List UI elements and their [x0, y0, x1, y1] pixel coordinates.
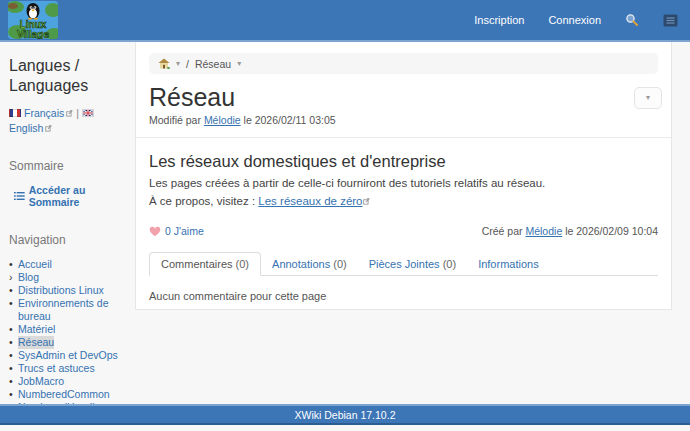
hamburger-menu-icon	[663, 14, 678, 27]
tab-annotations[interactable]: Annotations (0)	[261, 253, 358, 275]
tab-label: Pièces Jointes	[369, 258, 440, 270]
tab-count: (0)	[443, 258, 456, 270]
sidebar-item-label[interactable]: Réseau	[18, 336, 54, 349]
breadcrumb-home-dropdown-caret[interactable]: ▾	[176, 60, 180, 68]
tab-informations[interactable]: Informations	[467, 253, 550, 275]
like-button[interactable]: 0 J'aime	[149, 225, 204, 237]
sidebar-item-label[interactable]: Distributions Linux	[18, 284, 104, 297]
tab-label: Commentaires	[161, 258, 233, 270]
sidebar-item-distributions-linux[interactable]: • Distributions Linux	[9, 284, 127, 297]
content-link-prefix: À ce propos, visitez :	[149, 195, 255, 207]
sidebar-item-jobmacro[interactable]: • JobMacro	[9, 375, 127, 388]
caret-down-icon: ▾	[646, 94, 650, 102]
bullet-icon: •	[9, 284, 18, 297]
left-sidebar: Langues / Languages Français | English	[0, 42, 135, 427]
sidebar-item-label[interactable]: Blog	[18, 271, 39, 284]
breadcrumb-separator: /	[186, 58, 189, 70]
bullet-icon: •	[9, 258, 18, 271]
page-actions-dropdown-button[interactable]: ▾	[634, 87, 662, 109]
tab-label: Annotations	[272, 258, 330, 270]
sidebar-item-reseau[interactable]: • Réseau	[9, 336, 127, 349]
site-logo[interactable]: Linux Village	[8, 1, 58, 39]
bullet-icon: •	[9, 349, 18, 362]
page-title: Réseau	[149, 83, 658, 112]
main-content-panel: ▾ / Réseau ▾ ▾ Réseau Modifié par Mélodi…	[135, 42, 672, 310]
toc-link-label: Accéder au Sommaire	[29, 184, 127, 208]
external-link-icon	[45, 125, 52, 132]
page-footer: XWiki Debian 17.10.2	[0, 404, 690, 425]
bullet-icon: •	[9, 362, 18, 375]
top-header: Linux Village Inscription Connexion	[0, 0, 690, 42]
breadcrumb-current-page[interactable]: Réseau	[195, 58, 231, 70]
linux-village-logo-icon: Linux Village	[8, 1, 58, 39]
search-button[interactable]	[625, 13, 639, 27]
modified-datetime: le 2026/02/11 03:05	[244, 114, 336, 126]
home-icon[interactable]	[158, 58, 170, 69]
chevron-right-icon[interactable]: ›	[9, 271, 18, 284]
bullet-icon: •	[9, 375, 18, 388]
sidebar-item-environnements-de-bureau[interactable]: • Environnements de bureau	[9, 297, 127, 323]
sidebar-item-label[interactable]: Accueil	[18, 258, 52, 271]
external-link-icon	[363, 198, 370, 205]
header-nav: Inscription Connexion	[474, 13, 678, 27]
breadcrumb-page-dropdown-caret[interactable]: ▾	[237, 60, 241, 68]
header-divider	[136, 137, 671, 138]
bullet-icon: •	[9, 297, 18, 323]
language-link-english[interactable]: English	[9, 122, 52, 134]
tab-count: (0)	[333, 258, 346, 270]
created-prefix: Créé par	[482, 225, 523, 237]
content-paragraph: Les pages créées à partir de celle-ci fo…	[149, 176, 658, 190]
login-link[interactable]: Connexion	[548, 14, 601, 26]
sidebar-item-blog[interactable]: › Blog	[9, 271, 127, 284]
created-datetime: le 2026/02/09 10:04	[565, 225, 658, 237]
navigation-panel-title: Navigation	[9, 233, 127, 247]
sidebar-item-sysadmin-et-devops[interactable]: • SysAdmin et DevOps	[9, 349, 127, 362]
sidebar-item-label[interactable]: SysAdmin et DevOps	[18, 349, 118, 362]
comments-empty-message: Aucun commentaire pour cette page	[136, 276, 671, 316]
language-label: English	[9, 122, 43, 134]
language-switcher: Français | English	[9, 107, 127, 134]
sidebar-item-label[interactable]: Matériel	[18, 323, 55, 336]
sidebar-item-trucs-et-astuces[interactable]: • Trucs et astuces	[9, 362, 127, 375]
sidebar-item-accueil[interactable]: • Accueil	[9, 258, 127, 271]
modified-prefix: Modifié par	[149, 114, 201, 126]
created-author-link[interactable]: Mélodie	[525, 225, 562, 237]
drawer-menu-button[interactable]	[663, 14, 678, 27]
sommaire-panel-title: Sommaire	[9, 159, 127, 173]
created-info: Créé par Mélodie le 2026/02/09 10:04	[482, 225, 658, 237]
reseaux-de-zero-link[interactable]: Les réseaux de zéro	[258, 195, 362, 207]
modified-info: Modifié par Mélodie le 2026/02/11 03:05	[149, 114, 658, 127]
tab-label: Informations	[478, 258, 539, 270]
sidebar-item-label[interactable]: Environnements de bureau	[18, 297, 127, 323]
toc-list-icon	[14, 191, 25, 201]
breadcrumb: ▾ / Réseau ▾	[149, 53, 658, 74]
languages-title: Langues / Languages	[9, 56, 127, 96]
french-flag-icon	[9, 109, 21, 117]
sidebar-item-numberedcommon[interactable]: • NumberedCommon	[9, 388, 127, 401]
toc-link[interactable]: Accéder au Sommaire	[14, 184, 127, 208]
page-meta-row: 0 J'aime Créé par Mélodie le 2026/02/09 …	[149, 224, 658, 238]
sidebar-item-label[interactable]: JobMacro	[18, 375, 64, 388]
uk-flag-icon	[82, 109, 94, 117]
search-icon	[625, 13, 639, 27]
sidebar-item-label[interactable]: NumberedCommon	[18, 388, 110, 401]
doc-extra-tabs: Commentaires (0) Annotations (0) Pièces …	[149, 252, 658, 276]
register-link[interactable]: Inscription	[474, 14, 524, 26]
content-paragraph: À ce propos, visitez : Les réseaux de zé…	[149, 194, 658, 208]
content-heading: Les réseaux domestiques et d'entreprise	[149, 151, 658, 172]
logo-text-line2: Village	[17, 29, 49, 40]
language-label: Français	[24, 107, 64, 119]
modified-author-link[interactable]: Mélodie	[204, 114, 241, 126]
language-separator: |	[76, 107, 79, 119]
footer-version-text: XWiki Debian 17.10.2	[295, 409, 396, 421]
language-link-francais[interactable]: Français	[24, 107, 73, 119]
tab-pieces-jointes[interactable]: Pièces Jointes (0)	[358, 253, 467, 275]
tab-commentaires[interactable]: Commentaires (0)	[149, 252, 261, 276]
bullet-icon: •	[9, 336, 18, 349]
external-link-icon	[66, 110, 73, 117]
bullet-icon: •	[9, 323, 18, 336]
bullet-icon: •	[9, 388, 18, 401]
tab-count: (0)	[236, 258, 249, 270]
sidebar-item-materiel[interactable]: • Matériel	[9, 323, 127, 336]
sidebar-item-label[interactable]: Trucs et astuces	[18, 362, 95, 375]
